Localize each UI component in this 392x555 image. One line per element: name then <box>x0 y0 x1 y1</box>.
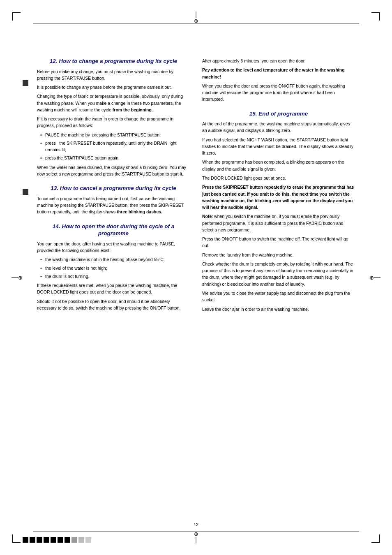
s15-p5: Press the SKIP/RESET button repeatedly t… <box>202 184 355 210</box>
s14r-p2: Pay attention to the level and temperatu… <box>202 67 355 80</box>
hline-bottom <box>33 532 359 532</box>
corner-mark-bl <box>12 534 21 543</box>
crosshair-right: ⊕ <box>369 275 380 281</box>
section-12: 12. How to change a programme during its… <box>37 58 190 177</box>
section-14: 14. How to open the door during the cycl… <box>37 223 190 311</box>
bar-seg-8 <box>71 537 77 543</box>
section-15-title: 15. End of programme <box>202 110 355 118</box>
corner-mark-tr <box>371 12 380 21</box>
s15-p8: Remove the laundry from the washing mach… <box>202 252 355 258</box>
crosshair-left: ⊕ <box>12 275 23 281</box>
col-right: After approximately 3 minutes, you can o… <box>202 58 355 514</box>
section-13: 13. How to cancel a programme during its… <box>37 185 190 215</box>
s15-p11: Leave the door ajar in order to air the … <box>202 306 355 312</box>
s14-bullet-1: the washing machine is not in the heatin… <box>40 256 190 263</box>
page-number: 12 <box>194 522 198 527</box>
section-13-title: 13. How to cancel a programme during its… <box>37 185 190 192</box>
bar-seg-7 <box>65 537 70 543</box>
s14-bullets: the washing machine is not in the heatin… <box>40 256 190 280</box>
side-marker-left <box>23 80 28 86</box>
s15-p7: Press the ON/OFF button to switch the ma… <box>202 236 355 249</box>
s15-p2: If you had selected the NIGHT WASH optio… <box>202 136 355 157</box>
s15-p6: Note: when you switch the machine on, if… <box>202 213 355 233</box>
s14r-p3: When you close the door and press the ON… <box>202 83 355 103</box>
bottom-bar <box>23 537 91 543</box>
s14r-p1: After approximately 3 minutes, you can o… <box>202 58 355 64</box>
s15-p1: At the end of the programme, the washing… <box>202 120 355 134</box>
section-14-right: After approximately 3 minutes, you can o… <box>202 58 355 103</box>
bar-seg-9 <box>78 537 84 543</box>
bar-seg-2 <box>30 537 35 543</box>
s15-p10: We advise you to close the water supply … <box>202 290 355 303</box>
bar-seg-1 <box>23 537 28 543</box>
bar-seg-10 <box>85 537 91 543</box>
section-14-title: 14. How to open the door during the cycl… <box>37 223 190 237</box>
crosshair-bottom: ⊕ <box>194 531 198 543</box>
s14-after2: Should it not be possible to open the do… <box>37 298 190 312</box>
col-left: 12. How to change a programme during its… <box>37 58 190 514</box>
bar-seg-4 <box>44 537 49 543</box>
s12-p4: If it is necessary to drain the water in… <box>37 116 190 129</box>
hline-top <box>33 23 359 23</box>
s12-bullet-3: press the START/PAUSE button again. <box>40 155 190 161</box>
section-12-title: 12. How to change a programme during its… <box>37 58 190 65</box>
s12-p1: Before you make any change, you must pau… <box>37 68 190 82</box>
s15-p3: When the programme has been completed, a… <box>202 159 355 172</box>
s15-p4: The DOOR LOCKED light goes out at once. <box>202 175 355 181</box>
s14-after1: If these requirements are met, when you … <box>37 282 190 296</box>
corner-mark-tl <box>12 12 21 21</box>
s12-p2: It is possible to change any phase befor… <box>37 84 190 90</box>
corner-mark-br <box>371 534 380 543</box>
section-15: 15. End of programme At the end of the p… <box>202 110 355 312</box>
crosshair-top: ⊕ <box>194 12 198 24</box>
s14-p1: You can open the door, after having set … <box>37 240 190 254</box>
side-marker-left2 <box>23 189 28 195</box>
s15-p9: Check whether the drum is completely emp… <box>202 261 355 287</box>
s14-bullet-3: the drum is not turning. <box>40 273 190 280</box>
s12-bullets: PAUSE the machine by pressing the START/… <box>40 132 190 162</box>
bar-seg-5 <box>51 537 56 543</box>
s12-after: When the water has been drained, the dis… <box>37 164 190 178</box>
s14-bullet-2: the level of the water is not high; <box>40 265 190 271</box>
main-content: 12. How to change a programme during its… <box>37 58 355 514</box>
s12-p3: Changing the type of fabric or temperatu… <box>37 93 190 113</box>
s13-p1: To cancel a programme that is being carr… <box>37 195 190 215</box>
bar-seg-6 <box>58 537 63 543</box>
s12-bullet-2: press the SKIP/RESET button repeatedly, … <box>40 140 190 153</box>
bar-seg-3 <box>37 537 42 543</box>
s12-bullet-1: PAUSE the machine by pressing the START/… <box>40 132 190 138</box>
